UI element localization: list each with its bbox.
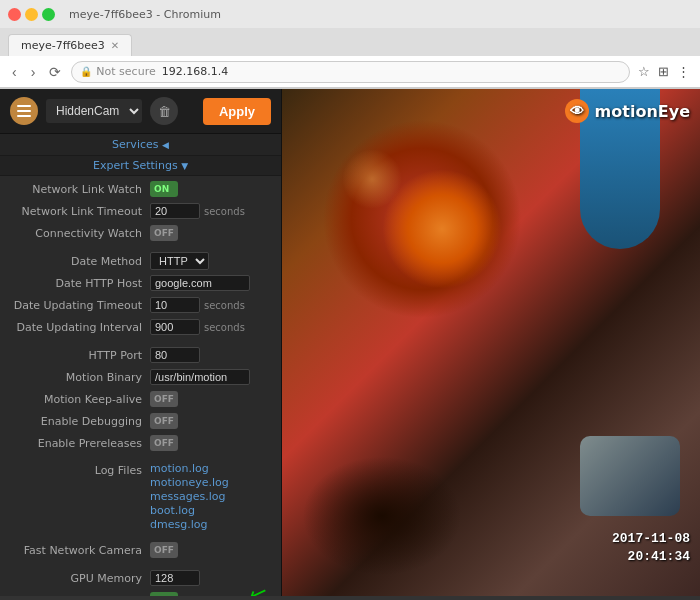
- browser-tab[interactable]: meye-7ff6bee3 ✕: [8, 34, 132, 56]
- tab-close-icon[interactable]: ✕: [111, 40, 119, 51]
- panel-header: HiddenCam 🗑 Apply: [0, 89, 281, 134]
- enable-prereleases-toggle[interactable]: OFF: [150, 435, 178, 451]
- address-bar: ‹ › ⟳ 🔒 Not secure 192.168.1.4 ☆ ⊞ ⋮: [0, 56, 700, 88]
- date-updating-interval-value: seconds: [150, 319, 271, 335]
- http-port-row: HTTP Port: [0, 344, 281, 366]
- motion-binary-value: [150, 369, 271, 385]
- expert-settings-bar[interactable]: Expert Settings: [0, 156, 281, 176]
- menu-icon[interactable]: ⋮: [675, 62, 692, 81]
- date-http-host-label: Date HTTP Host: [10, 277, 150, 290]
- extensions-icon[interactable]: ⊞: [656, 62, 671, 81]
- hamburger-line: [17, 115, 31, 117]
- cam-decoration-5: [302, 456, 462, 576]
- left-panel: HiddenCam 🗑 Apply Services Expert Settin…: [0, 89, 282, 596]
- date-updating-timeout-unit: seconds: [204, 300, 245, 311]
- date-updating-timeout-label: Date Updating Timeout: [10, 299, 150, 312]
- motion-binary-row: Motion Binary: [0, 366, 281, 388]
- log-files-row: Log Files motion.log motioneye.log messa…: [0, 460, 281, 533]
- connectivity-watch-label: Connectivity Watch: [10, 227, 150, 240]
- url-bar[interactable]: 🔒 Not secure 192.168.1.4: [71, 61, 630, 83]
- motion-keepalive-label: Motion Keep-alive: [10, 393, 150, 406]
- enable-csi-camera-led-toggle[interactable]: ON: [150, 592, 178, 596]
- http-port-label: HTTP Port: [10, 349, 150, 362]
- title-bar: meye-7ff6bee3 - Chromium: [0, 0, 700, 28]
- network-link-timeout-label: Network Link Timeout: [10, 205, 150, 218]
- enable-debugging-label: Enable Debugging: [10, 415, 150, 428]
- services-bar[interactable]: Services: [0, 134, 281, 156]
- enable-prereleases-row: Enable Prereleases OFF: [0, 432, 281, 454]
- date-http-host-input[interactable]: [150, 275, 250, 291]
- star-icon[interactable]: ☆: [636, 62, 652, 81]
- delete-camera-button[interactable]: 🗑: [150, 97, 178, 125]
- enable-debugging-value: OFF: [150, 413, 271, 429]
- motion-keepalive-row: Motion Keep-alive OFF: [0, 388, 281, 410]
- timestamp-date: 2017-11-08: [612, 530, 690, 548]
- browser-chrome: meye-7ff6bee3 - Chromium meye-7ff6bee3 ✕…: [0, 0, 700, 89]
- enable-csi-camera-led-row: Enable CSI Camera Led ON ↗: [0, 589, 281, 596]
- url-address: 192.168.1.4: [162, 65, 228, 78]
- date-updating-timeout-row: Date Updating Timeout seconds: [0, 294, 281, 316]
- window-maximize-button[interactable]: [42, 8, 55, 21]
- connectivity-watch-row: Connectivity Watch OFF: [0, 222, 281, 244]
- refresh-button[interactable]: ⟳: [45, 62, 65, 82]
- fast-network-camera-row: Fast Network Camera OFF: [0, 539, 281, 561]
- cam-decoration-6: [342, 149, 402, 209]
- app-container: HiddenCam 🗑 Apply Services Expert Settin…: [0, 89, 700, 596]
- network-link-timeout-row: Network Link Timeout seconds: [0, 200, 281, 222]
- motioneye-label: motionEye: [595, 102, 690, 121]
- camera-feed-panel: 👁 motionEye 2017-11-08 20:41:34: [282, 89, 700, 596]
- log-files-label: Log Files: [10, 462, 150, 477]
- date-updating-timeout-value: seconds: [150, 297, 271, 313]
- motioneye-brand: 👁 motionEye: [565, 99, 690, 123]
- log-link-dmesg[interactable]: dmesg.log: [150, 518, 229, 531]
- url-security-label: Not secure: [96, 65, 155, 78]
- window-minimize-button[interactable]: [25, 8, 38, 21]
- forward-button[interactable]: ›: [27, 62, 40, 82]
- timestamp-time: 20:41:34: [612, 548, 690, 566]
- date-method-select[interactable]: HTTP: [150, 252, 209, 270]
- browser-toolbar: ☆ ⊞ ⋮: [636, 62, 692, 81]
- log-link-motion[interactable]: motion.log: [150, 462, 229, 475]
- connectivity-watch-value: OFF: [150, 225, 271, 241]
- date-method-value: HTTP: [150, 252, 271, 270]
- date-updating-timeout-input[interactable]: [150, 297, 200, 313]
- connectivity-watch-toggle[interactable]: OFF: [150, 225, 178, 241]
- enable-prereleases-value: OFF: [150, 435, 271, 451]
- browser-title: meye-7ff6bee3 - Chromium: [69, 8, 221, 21]
- log-link-motioneye[interactable]: motioneye.log: [150, 476, 229, 489]
- motion-keepalive-value: OFF: [150, 391, 271, 407]
- network-link-watch-value: ON: [150, 181, 271, 197]
- network-link-watch-toggle[interactable]: ON: [150, 181, 178, 197]
- apply-button[interactable]: Apply: [203, 98, 271, 125]
- fast-network-camera-value: OFF: [150, 542, 271, 558]
- http-port-input[interactable]: [150, 347, 200, 363]
- tab-bar: meye-7ff6bee3 ✕: [0, 28, 700, 56]
- network-link-timeout-input[interactable]: [150, 203, 200, 219]
- hamburger-line: [17, 105, 31, 107]
- log-link-boot[interactable]: boot.log: [150, 504, 229, 517]
- network-link-watch-row: Network Link Watch ON: [0, 178, 281, 200]
- motion-binary-input[interactable]: [150, 369, 250, 385]
- motion-keepalive-toggle[interactable]: OFF: [150, 391, 178, 407]
- back-button[interactable]: ‹: [8, 62, 21, 82]
- network-link-timeout-unit: seconds: [204, 206, 245, 217]
- camera-timestamp: 2017-11-08 20:41:34: [612, 530, 690, 566]
- camera-feed: 👁 motionEye 2017-11-08 20:41:34: [282, 89, 700, 596]
- camera-selector[interactable]: HiddenCam: [46, 99, 142, 123]
- window-close-button[interactable]: [8, 8, 21, 21]
- fast-network-camera-toggle[interactable]: OFF: [150, 542, 178, 558]
- enable-debugging-row: Enable Debugging OFF: [0, 410, 281, 432]
- log-link-messages[interactable]: messages.log: [150, 490, 229, 503]
- hamburger-line: [17, 110, 31, 112]
- hamburger-menu-icon[interactable]: [10, 97, 38, 125]
- date-method-label: Date Method: [10, 255, 150, 268]
- enable-csi-camera-led-value: ON ↗: [150, 592, 271, 596]
- settings-area: Network Link Watch ON Network Link Timeo…: [0, 176, 281, 596]
- date-http-host-value: [150, 275, 271, 291]
- gpu-memory-input[interactable]: [150, 570, 200, 586]
- enable-prereleases-label: Enable Prereleases: [10, 437, 150, 450]
- gpu-memory-row: GPU Memory: [0, 567, 281, 589]
- enable-debugging-toggle[interactable]: OFF: [150, 413, 178, 429]
- http-port-value: [150, 347, 271, 363]
- date-updating-interval-input[interactable]: [150, 319, 200, 335]
